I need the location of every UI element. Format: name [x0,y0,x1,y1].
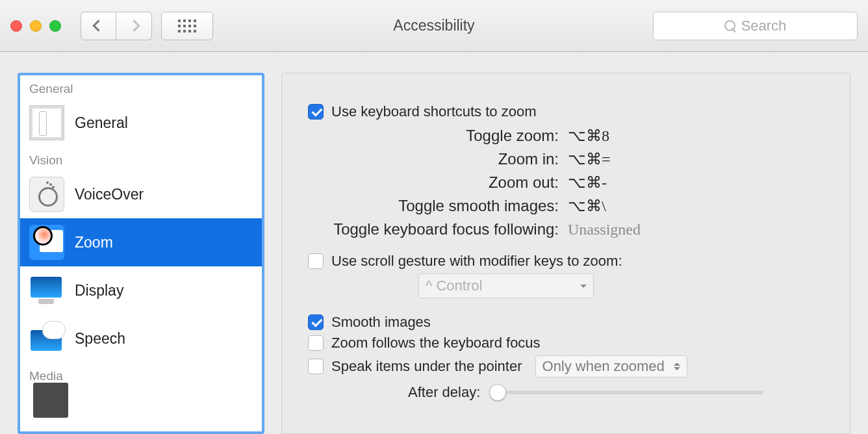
slider-knob[interactable] [489,384,506,401]
minimize-window-button[interactable] [30,20,42,32]
zoom-icon [29,225,64,260]
sidebar: General General Vision VoiceOver Zoom Di… [18,73,264,434]
search-icon [724,20,736,32]
search-input[interactable]: Search [653,12,858,40]
sidebar-item-zoom[interactable]: Zoom [20,218,262,266]
row-speak-items: Speak items under the pointer Only when … [308,355,824,377]
display-icon [29,273,64,308]
sidebar-section-vision: Vision [20,147,262,170]
row-smooth-images: Smooth images [308,314,824,331]
settings-pane: Use keyboard shortcuts to zoom Toggle zo… [281,73,850,434]
chevron-left-icon [92,19,104,31]
shortcut-toggle-zoom-value: ⌥⌘8 [568,124,609,147]
sidebar-section-general: General [20,75,262,99]
sidebar-item-display[interactable]: Display [20,266,262,314]
row-use-keyboard-shortcuts: Use keyboard shortcuts to zoom [308,103,824,120]
label-smooth-images: Smooth images [331,314,431,331]
checkbox-smooth-images[interactable] [308,314,324,330]
back-button[interactable] [81,12,116,40]
sidebar-item-label: Speech [75,330,125,348]
shortcut-zoom-out-label: Zoom out: [308,171,568,194]
label-use-scroll-gesture: Use scroll gesture with modifier keys to… [331,253,622,270]
up-down-icon [674,359,680,374]
sidebar-item-voiceover[interactable]: VoiceOver [20,170,262,218]
modifier-key-dropdown[interactable]: ^ Control [418,274,594,298]
row-modifier-dropdown: ^ Control [418,274,824,298]
after-delay-slider[interactable] [491,390,763,394]
shortcut-toggle-zoom-label: Toggle zoom: [308,124,568,147]
chevron-right-icon [128,19,140,31]
row-after-delay: After delay: [408,384,824,401]
window-titlebar: Accessibility Search [0,0,868,52]
sidebar-item-media[interactable] [20,386,262,412]
label-zoom-follows-focus: Zoom follows the keyboard focus [331,335,541,351]
row-zoom-follows-focus: Zoom follows the keyboard focus [308,335,824,351]
close-window-button[interactable] [10,20,22,32]
shortcut-toggle-focus-label: Toggle keyboard focus following: [308,218,568,241]
checkbox-speak-items[interactable] [308,359,324,374]
sidebar-item-label: Display [75,282,123,300]
search-placeholder: Search [741,18,787,34]
checkbox-use-scroll-gesture[interactable] [308,253,324,269]
sidebar-item-general[interactable]: General [20,99,262,147]
checkbox-use-keyboard-shortcuts[interactable] [308,104,324,120]
label-after-delay: After delay: [408,384,480,401]
shortcut-list: Toggle zoom: ⌥⌘8 Zoom in: ⌥⌘= Zoom out: … [308,124,824,241]
modifier-key-value: ^ Control [426,277,482,294]
shortcut-zoom-out-value: ⌥⌘- [568,171,607,194]
speak-mode-value: Only when zoomed [542,358,665,375]
speak-mode-popup[interactable]: Only when zoomed [535,355,687,377]
row-use-scroll-gesture: Use scroll gesture with modifier keys to… [308,253,824,270]
shortcut-zoom-in-label: Zoom in: [308,147,568,171]
nav-buttons [81,12,152,40]
forward-button[interactable] [116,12,152,40]
shortcut-toggle-smooth-value: ⌥⌘\ [568,194,606,218]
shortcut-zoom-in-value: ⌥⌘= [568,147,611,171]
show-all-button[interactable] [161,12,213,40]
checkbox-zoom-follows-focus[interactable] [308,335,324,351]
sidebar-item-label: General [75,114,128,132]
shortcut-toggle-focus-value: Unassigned [568,218,641,241]
general-icon [29,105,64,140]
speech-icon [29,321,64,356]
grid-icon [178,19,196,32]
shortcut-toggle-smooth-label: Toggle smooth images: [308,194,568,218]
sidebar-item-speech[interactable]: Speech [20,314,262,363]
chevron-down-icon [580,285,587,291]
zoom-window-button[interactable] [49,20,61,32]
content-area: General General Vision VoiceOver Zoom Di… [0,52,868,434]
voiceover-icon [29,177,64,212]
sidebar-item-label: VoiceOver [75,186,144,203]
traffic-lights [10,20,61,32]
label-use-keyboard-shortcuts: Use keyboard shortcuts to zoom [331,103,536,120]
media-icon [33,383,68,418]
label-speak-items: Speak items under the pointer [331,358,522,375]
sidebar-item-label: Zoom [75,234,113,251]
